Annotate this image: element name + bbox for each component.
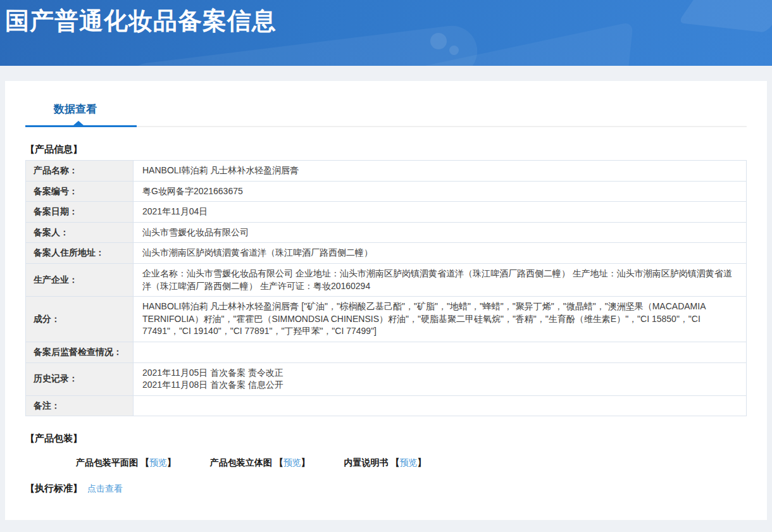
header-decoration-circle (449, 46, 459, 55)
row-value: HANBOLI韩泊莉 凡士林补水轻盈润唇膏 (134, 161, 747, 182)
table-row: 成分： HANBOLI韩泊莉 凡士林补水轻盈润唇膏 ["矿油"，"棕榈酸乙基己酯… (26, 297, 747, 342)
content-card: 数据查看 【产品信息】 产品名称： HANBOLI韩泊莉 凡士林补水轻盈润唇膏 … (5, 81, 767, 520)
row-value: 粤G妆网备字2021663675 (134, 181, 747, 202)
tab-bar: 数据查看 (25, 81, 747, 127)
packaging-item-manual: 内置说明书 【预览】 (344, 457, 426, 469)
row-label: 备注： (26, 395, 134, 416)
bracket-close: 】 (167, 457, 176, 467)
row-label: 备案后监督检查情况： (26, 342, 134, 362)
bracket-close: 】 (301, 457, 310, 467)
row-label: 产品名称： (26, 161, 134, 182)
preview-link-manual[interactable]: 预览 (399, 457, 417, 467)
packaging-item-label: 内置说明书 (344, 457, 391, 467)
row-value (134, 395, 747, 416)
product-info-section-title: 【产品信息】 (25, 144, 747, 156)
bracket-close: 】 (417, 457, 426, 467)
standard-section-title: 【执行标准】 (25, 483, 82, 493)
row-label: 历史记录： (26, 362, 134, 395)
row-label: 备案人： (26, 222, 134, 243)
bracket-open: 【 (140, 457, 149, 467)
row-label: 生产企业： (26, 263, 134, 296)
preview-link-flat-view[interactable]: 预览 (149, 457, 167, 467)
view-standard-link[interactable]: 点击查看 (87, 483, 123, 493)
row-label: 备案人住所地址： (26, 243, 134, 264)
table-row: 产品名称： HANBOLI韩泊莉 凡士林补水轻盈润唇膏 (26, 161, 747, 182)
row-value: HANBOLI韩泊莉 凡士林补水轻盈润唇膏 ["矿油"，"棕榈酸乙基己酯"，"矿… (134, 297, 747, 342)
page-header: 国产普通化妆品备案信息 (0, 0, 772, 66)
row-label: 备案日期： (26, 202, 134, 223)
table-row: 备案后监督检查情况： (26, 342, 747, 362)
table-row: 备注： (26, 395, 747, 416)
row-value: 汕头市雪媛化妆品有限公司 (134, 222, 747, 243)
row-value: 2021年11月05日 首次备案 责令改正 2021年11月08日 首次备案 信… (134, 362, 747, 395)
table-row: 备案编号： 粤G妆网备字2021663675 (26, 181, 747, 202)
row-value: 企业名称：汕头市雪媛化妆品有限公司 企业地址：汕头市潮南区胪岗镇泗黄省道洋（珠江… (134, 263, 747, 296)
packaging-section-title: 【产品包装】 (25, 433, 747, 445)
bracket-open: 【 (390, 457, 399, 467)
packaging-item-3d-view: 产品包装立体图 【预览】 (210, 457, 310, 469)
packaging-item-label: 产品包装平面图 (76, 457, 140, 467)
row-label: 成分： (26, 297, 134, 342)
table-row: 生产企业： 企业名称：汕头市雪媛化妆品有限公司 企业地址：汕头市潮南区胪岗镇泗黄… (26, 263, 747, 296)
bracket-open: 【 (275, 457, 283, 467)
tab-track (25, 126, 747, 127)
row-value: 2021年11月04日 (134, 202, 747, 223)
packaging-item-label: 产品包装立体图 (210, 457, 275, 467)
packaging-item-flat-view: 产品包装平面图 【预览】 (76, 457, 176, 469)
row-label: 备案编号： (26, 181, 134, 202)
preview-link-3d-view[interactable]: 预览 (283, 457, 301, 467)
table-row: 历史记录： 2021年11月05日 首次备案 责令改正 2021年11月08日 … (26, 362, 747, 395)
page-title: 国产普通化妆品备案信息 (0, 0, 772, 37)
table-row: 备案人住所地址： 汕头市潮南区胪岗镇泗黄省道洋（珠江啤酒厂路西侧二幢） (26, 243, 747, 264)
packaging-row: 产品包装平面图 【预览】 产品包装立体图 【预览】 内置说明书 【预览】 (25, 457, 747, 469)
row-value (134, 342, 747, 362)
row-value: 汕头市潮南区胪岗镇泗黄省道洋（珠江啤酒厂路西侧二幢） (134, 243, 747, 264)
standard-row: 【执行标准】点击查看 (25, 483, 747, 495)
product-info-table: 产品名称： HANBOLI韩泊莉 凡士林补水轻盈润唇膏 备案编号： 粤G妆网备字… (25, 160, 747, 416)
table-row: 备案日期： 2021年11月04日 (26, 202, 747, 223)
table-row: 备案人： 汕头市雪媛化妆品有限公司 (26, 222, 747, 243)
active-tab-indicator (25, 125, 137, 127)
